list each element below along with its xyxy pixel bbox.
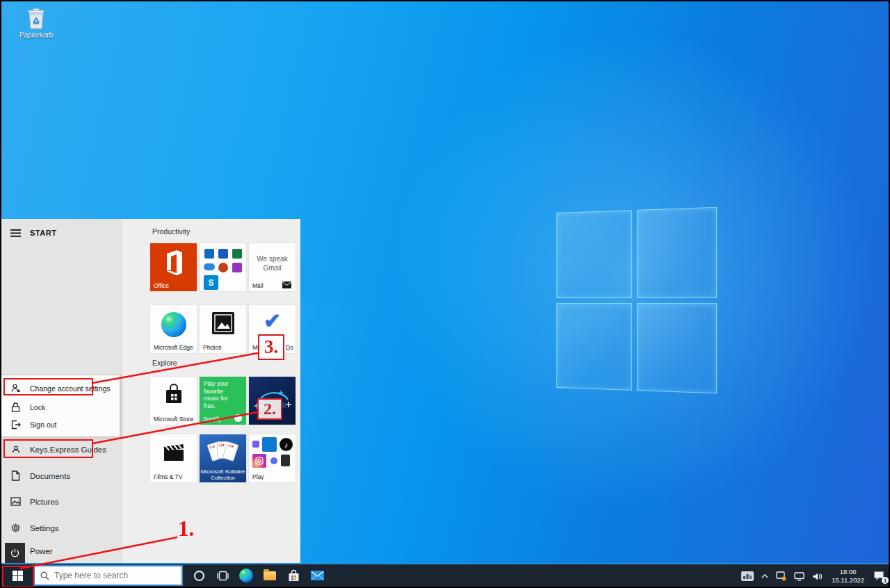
edge-icon xyxy=(239,569,253,582)
task-view-button[interactable] xyxy=(211,564,234,587)
spotify-icon xyxy=(234,414,242,422)
menu-item-sign-out[interactable]: Sign out xyxy=(1,416,120,433)
clock-date: 15.11.2022 xyxy=(832,576,864,585)
tile-films-tv[interactable]: Films & TV xyxy=(150,434,197,482)
recycle-bin-label: Papierkorb xyxy=(14,31,58,39)
spotify-promo-text: Play your favorite music for free. xyxy=(204,380,240,410)
start-menu-title: START xyxy=(30,229,56,237)
edge-icon xyxy=(161,312,186,337)
start-menu: START Change account settings Lock Sign … xyxy=(1,219,300,564)
tile-play-group[interactable]: ♪ Play xyxy=(249,434,296,482)
menu-item-user-account[interactable]: Keys.Express Guides xyxy=(1,441,120,458)
menu-item-power[interactable] xyxy=(5,543,25,563)
document-icon xyxy=(10,470,22,482)
clock-time: 18:00 xyxy=(832,568,864,576)
office-icon xyxy=(150,250,197,276)
hamburger-menu-icon[interactable] xyxy=(10,229,21,237)
tile-office[interactable]: Office xyxy=(150,243,197,291)
menu-item-settings[interactable]: Settings xyxy=(1,519,120,537)
menu-item-label: Lock xyxy=(30,403,45,411)
search-input[interactable] xyxy=(54,571,171,580)
taskbar: 18:00 15.11.2022 1 xyxy=(1,563,890,587)
power-icon xyxy=(10,548,19,557)
tile-microsoft-store[interactable]: Microsoft Store xyxy=(150,377,197,425)
volume-icon[interactable] xyxy=(809,564,825,588)
tile-group-explore: Explore xyxy=(152,359,177,367)
store-bag-icon xyxy=(150,384,197,406)
menu-item-label: Pictures xyxy=(30,498,59,506)
menu-item-label: Keys.Express Guides xyxy=(30,446,106,454)
instagram-icon xyxy=(252,454,266,468)
taskbar-widget-icon[interactable] xyxy=(738,564,756,588)
prime-video-icon xyxy=(262,437,277,452)
tile-mail[interactable]: We speak Gmail Mail xyxy=(249,243,296,291)
annotation-step-2: 2. xyxy=(257,398,282,420)
annotation-step-1: 1. xyxy=(178,516,194,541)
menu-item-lock[interactable]: Lock xyxy=(1,398,120,416)
tile-photos[interactable]: Photos xyxy=(200,305,246,353)
playing-cards-icon: K♦ Q♠ K♥ xyxy=(200,440,246,464)
taskbar-clock[interactable]: 18:00 15.11.2022 xyxy=(827,568,868,585)
logo-pane xyxy=(556,210,631,297)
skype-icon: S xyxy=(204,275,218,290)
search-icon xyxy=(40,571,49,580)
clapperboard-icon xyxy=(150,444,197,462)
word-icon xyxy=(218,249,228,259)
menu-item-label: Settings xyxy=(30,524,59,532)
logo-pane xyxy=(556,302,631,390)
mail-envelope-icon xyxy=(311,571,324,580)
powerpoint-icon xyxy=(218,263,228,272)
cortana-button[interactable] xyxy=(187,564,211,587)
onedrive-status-icon[interactable] xyxy=(773,564,789,588)
onedrive-icon xyxy=(204,263,215,270)
logo-pane xyxy=(636,207,717,298)
menu-item-pictures[interactable]: Pictures xyxy=(1,493,120,510)
mail-promo-text: We speak Gmail xyxy=(249,254,296,272)
hidden-icons-chevron[interactable] xyxy=(759,564,771,588)
menu-item-label: Sign out xyxy=(30,420,57,429)
tile-group-productivity: Productivity xyxy=(152,227,190,236)
excel-icon xyxy=(232,249,242,259)
annotation-step-3: 3. xyxy=(258,334,284,360)
sign-out-icon xyxy=(10,418,22,430)
store-taskbar-button[interactable] xyxy=(282,564,305,587)
action-center-button[interactable]: 1 xyxy=(871,564,889,588)
taskbar-search-box[interactable] xyxy=(33,565,183,586)
mail-taskbar-button[interactable] xyxy=(305,564,329,587)
messenger-icon xyxy=(270,457,277,464)
desktop: Papierkorb START Change account settings… xyxy=(0,0,890,588)
system-tray: 18:00 15.11.2022 1 xyxy=(738,564,889,588)
wallpaper-windows-logo xyxy=(556,207,717,394)
task-view-icon xyxy=(217,571,229,581)
menu-item-change-account-settings[interactable]: Change account settings xyxy=(1,379,120,397)
pictures-icon xyxy=(10,496,22,507)
mail-envelope-icon xyxy=(282,281,291,288)
gear-icon xyxy=(10,522,22,534)
menu-item-documents[interactable]: Documents xyxy=(1,467,120,484)
menu-item-label: Documents xyxy=(30,472,70,480)
photos-icon xyxy=(200,312,246,334)
tiktok-icon: ♪ xyxy=(280,438,293,451)
recycle-bin-icon xyxy=(24,6,48,31)
menu-item-power-label: Power xyxy=(30,547,53,555)
file-explorer-button[interactable] xyxy=(258,564,282,587)
tile-spotify[interactable]: Play your favorite music for free. Spoti… xyxy=(200,377,246,425)
network-icon[interactable] xyxy=(791,564,807,588)
cortana-icon xyxy=(194,571,204,581)
store-bag-icon xyxy=(288,569,300,582)
recycle-bin[interactable]: Papierkorb xyxy=(14,6,58,39)
tile-solitaire[interactable]: K♦ Q♠ K♥ Microsoft Solitaire Collection xyxy=(200,434,246,482)
play-device-icon xyxy=(281,455,290,466)
tile-office-apps[interactable]: S xyxy=(200,243,246,291)
lock-icon xyxy=(10,401,22,413)
tile-microsoft-edge[interactable]: Microsoft Edge xyxy=(150,305,197,353)
windows-logo-icon xyxy=(13,571,23,581)
notification-badge: 1 xyxy=(882,577,889,584)
folder-icon xyxy=(264,571,276,580)
edge-taskbar-button[interactable] xyxy=(234,564,258,587)
todo-check-icon: ✔ xyxy=(264,311,281,332)
onenote-icon xyxy=(232,263,242,272)
outlook-icon xyxy=(204,249,214,259)
user-icon xyxy=(10,443,22,455)
start-button[interactable] xyxy=(1,564,33,587)
